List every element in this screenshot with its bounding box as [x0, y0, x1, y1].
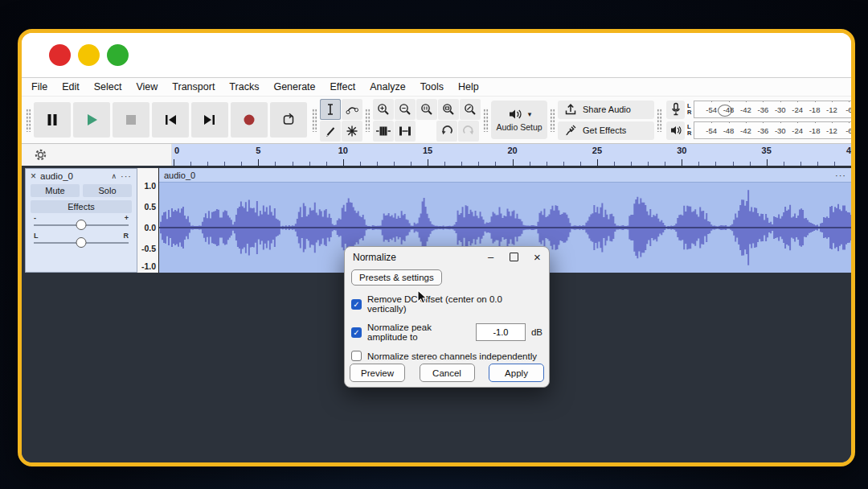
dialog-maximize-icon[interactable]: [502, 247, 526, 267]
audio-setup-toolbar-grip[interactable]: [483, 108, 489, 132]
playback-meter[interactable]: LR -54-48-42-36-30-24-18-12-60: [666, 121, 851, 140]
timeline-ruler[interactable]: 0510152025303540: [172, 144, 851, 166]
minimize-traffic-light[interactable]: [78, 44, 100, 66]
effects-button[interactable]: Effects: [31, 200, 132, 213]
dialog-minimize-icon[interactable]: –: [479, 247, 502, 267]
playback-speaker-icon[interactable]: [666, 121, 685, 140]
apply-button[interactable]: Apply: [489, 364, 544, 382]
skip-to-start-button[interactable]: [152, 102, 189, 138]
playback-meter-right-label: R: [687, 130, 691, 137]
remove-dc-offset-checkbox[interactable]: ✓: [351, 299, 362, 310]
menu-item-select[interactable]: Select: [94, 81, 122, 92]
silence-audio-button[interactable]: [395, 121, 416, 142]
menu-item-edit[interactable]: Edit: [62, 81, 80, 92]
meter-scale-value: -36: [755, 126, 772, 135]
amp-label: 0.0: [144, 223, 156, 232]
playback-meter-scale[interactable]: -54-48-42-36-30-24-18-12-60: [694, 121, 851, 139]
amp-label: -1.0: [141, 261, 156, 271]
skip-to-end-button[interactable]: [191, 102, 228, 138]
track-menu-icon[interactable]: ···: [121, 171, 132, 181]
track-collapse-icon[interactable]: ∧: [111, 172, 117, 180]
peak-amplitude-input[interactable]: [476, 323, 526, 341]
stop-button[interactable]: [113, 102, 149, 138]
zoom-out-button[interactable]: [395, 99, 416, 120]
menu-item-effect[interactable]: Effect: [330, 81, 356, 92]
normalize-stereo-checkbox[interactable]: [351, 351, 362, 361]
selection-tool-button[interactable]: [320, 99, 341, 120]
tools-toolbar-grip[interactable]: [312, 108, 317, 132]
normalize-peak-row: ✓ Normalize peak amplitude to dB: [351, 323, 542, 342]
microphone-icon[interactable]: [666, 101, 685, 119]
dialog-close-icon[interactable]: ×: [526, 247, 549, 267]
gain-slider-thumb[interactable]: [76, 220, 87, 230]
mute-button[interactable]: Mute: [31, 184, 80, 197]
play-icon: [84, 112, 100, 128]
cancel-button[interactable]: Cancel: [420, 364, 475, 382]
meter-scale-value: -24: [788, 126, 805, 135]
selection-tool-icon: [323, 102, 338, 117]
gain-slider[interactable]: - +: [34, 215, 129, 231]
pause-button[interactable]: [34, 102, 71, 138]
share-audio-button[interactable]: Share Audio: [558, 101, 654, 119]
meter-scale-value: -6: [841, 105, 851, 114]
audio-setup-button[interactable]: ▾ Audio Setup: [491, 101, 547, 139]
menu-item-tools[interactable]: Tools: [420, 81, 444, 92]
presets-settings-button[interactable]: Presets & settings: [351, 269, 442, 286]
get-effects-button[interactable]: Get Effects: [558, 121, 654, 140]
edit-toolbar-grip[interactable]: [365, 108, 371, 132]
amp-label: 1.0: [144, 181, 156, 191]
menu-item-analyze[interactable]: Analyze: [370, 81, 405, 92]
vertical-amplitude-ruler[interactable]: 1.0 0.5 0.0 -0.5 -1.0: [137, 168, 159, 273]
meter-scale-value: -12: [823, 105, 840, 114]
zoom-project-button[interactable]: [438, 99, 459, 120]
zoom-project-icon: [441, 102, 456, 117]
record-meter[interactable]: LR -54-48-42-36-30-24-18-12-60: [666, 100, 851, 119]
pan-slider-thumb[interactable]: [76, 237, 87, 248]
transport-toolbar-grip[interactable]: [26, 108, 31, 132]
zoom-in-button[interactable]: [373, 99, 394, 120]
menu-item-transport[interactable]: Transport: [172, 81, 215, 92]
track-close-icon[interactable]: ×: [31, 171, 36, 182]
record-button[interactable]: [231, 102, 268, 138]
meter-scale-value: -24: [788, 105, 805, 114]
meter-scale-value: -30: [772, 126, 788, 135]
preview-button[interactable]: Preview: [350, 364, 405, 382]
redo-button[interactable]: [458, 121, 479, 142]
ruler-tick: [428, 159, 428, 166]
gain-min-label: -: [34, 214, 36, 222]
play-button[interactable]: [73, 102, 110, 138]
menu-item-file[interactable]: File: [31, 81, 47, 92]
envelope-tool-button[interactable]: [342, 99, 362, 120]
undo-button[interactable]: [436, 121, 457, 142]
remove-dc-offset-row: ✓ Remove DC offset (center on 0.0 vertic…: [351, 294, 542, 314]
timeline-gear-icon[interactable]: [35, 149, 47, 161]
multi-tool-icon: [345, 124, 359, 138]
menu-item-tracks[interactable]: Tracks: [229, 81, 259, 92]
trim-audio-button[interactable]: [373, 121, 394, 142]
normalize-peak-label: Normalize peak amplitude to: [367, 323, 470, 342]
dialog-titlebar[interactable]: Normalize – ×: [345, 247, 549, 267]
meter-toolbar-grip[interactable]: [657, 108, 662, 132]
loop-button[interactable]: [270, 102, 307, 138]
menu-item-view[interactable]: View: [136, 81, 158, 92]
clip-header[interactable]: audio_0 ···: [159, 168, 851, 183]
track-name[interactable]: audio_0: [40, 171, 73, 181]
close-traffic-light[interactable]: [49, 44, 71, 66]
caret-down-icon: ▾: [528, 110, 532, 118]
clip-menu-icon[interactable]: ···: [835, 171, 846, 180]
zoom-traffic-light[interactable]: [107, 44, 129, 66]
normalize-peak-checkbox[interactable]: ✓: [351, 327, 362, 338]
share-audio-label: Share Audio: [583, 105, 631, 114]
ruler-label: 15: [423, 146, 432, 155]
pan-slider[interactable]: L R: [34, 232, 129, 249]
menu-item-help[interactable]: Help: [458, 81, 479, 92]
meter-cursor-circle: [718, 105, 732, 117]
audio-setup-label: Audio Setup: [496, 122, 542, 132]
multi-tool-button[interactable]: [342, 121, 362, 142]
zoom-selection-button[interactable]: [416, 99, 437, 120]
share-toolbar-grip[interactable]: [550, 108, 555, 132]
menu-item-generate[interactable]: Generate: [273, 81, 315, 92]
solo-button[interactable]: Solo: [83, 184, 132, 197]
zoom-toggle-button[interactable]: [460, 99, 481, 120]
draw-tool-button[interactable]: [320, 121, 341, 142]
